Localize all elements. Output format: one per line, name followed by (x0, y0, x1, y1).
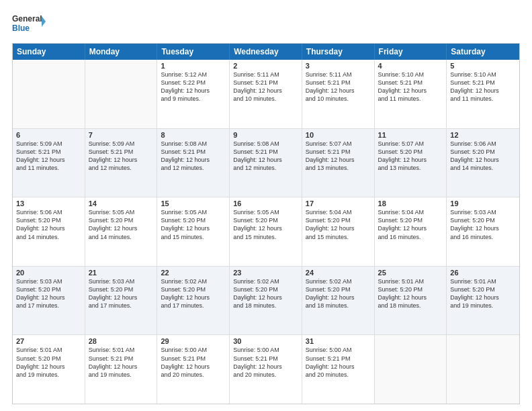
day-info: Sunrise: 5:08 AM Sunset: 5:21 PM Dayligh… (161, 140, 226, 173)
calendar-cell: 9Sunrise: 5:08 AM Sunset: 5:21 PM Daylig… (230, 129, 302, 197)
calendar-cell: 11Sunrise: 5:07 AM Sunset: 5:20 PM Dayli… (375, 129, 447, 197)
day-info: Sunrise: 5:00 AM Sunset: 5:21 PM Dayligh… (161, 346, 226, 379)
calendar-cell: 7Sunrise: 5:09 AM Sunset: 5:21 PM Daylig… (85, 129, 158, 197)
day-number: 2 (233, 62, 298, 70)
calendar-cell: 20Sunrise: 5:03 AM Sunset: 5:20 PM Dayli… (13, 267, 85, 335)
day-number: 15 (161, 199, 226, 208)
logo-svg: General Blue (12, 12, 46, 36)
day-number: 4 (378, 62, 443, 70)
day-number: 28 (89, 337, 154, 345)
day-info: Sunrise: 5:05 AM Sunset: 5:20 PM Dayligh… (89, 208, 154, 241)
day-info: Sunrise: 5:03 AM Sunset: 5:20 PM Dayligh… (16, 277, 81, 310)
calendar-cell: 30Sunrise: 5:00 AM Sunset: 5:21 PM Dayli… (230, 335, 302, 404)
day-info: Sunrise: 5:01 AM Sunset: 5:21 PM Dayligh… (89, 346, 154, 379)
day-number: 17 (306, 199, 371, 208)
calendar-cell: 8Sunrise: 5:08 AM Sunset: 5:21 PM Daylig… (157, 129, 230, 197)
weekday-header: Saturday (447, 44, 519, 60)
day-info: Sunrise: 5:07 AM Sunset: 5:20 PM Dayligh… (378, 140, 443, 173)
calendar-cell (13, 60, 85, 128)
day-info: Sunrise: 5:06 AM Sunset: 5:20 PM Dayligh… (450, 140, 516, 173)
weekday-header: Sunday (13, 44, 85, 60)
day-info: Sunrise: 5:05 AM Sunset: 5:20 PM Dayligh… (233, 208, 298, 241)
day-number: 23 (233, 269, 298, 277)
day-number: 12 (450, 131, 516, 139)
day-number: 20 (16, 269, 81, 277)
day-info: Sunrise: 5:12 AM Sunset: 5:22 PM Dayligh… (161, 71, 226, 103)
page-header: General Blue (12, 12, 520, 36)
day-number: 29 (161, 337, 226, 345)
day-number: 21 (89, 269, 154, 277)
calendar-cell: 6Sunrise: 5:09 AM Sunset: 5:21 PM Daylig… (13, 129, 85, 197)
calendar-cell: 24Sunrise: 5:02 AM Sunset: 5:20 PM Dayli… (302, 267, 375, 335)
calendar-cell: 22Sunrise: 5:02 AM Sunset: 5:20 PM Dayli… (157, 267, 230, 335)
calendar-cell: 21Sunrise: 5:03 AM Sunset: 5:20 PM Dayli… (85, 267, 158, 335)
calendar-cell: 14Sunrise: 5:05 AM Sunset: 5:20 PM Dayli… (85, 197, 158, 266)
day-info: Sunrise: 5:06 AM Sunset: 5:20 PM Dayligh… (16, 208, 81, 241)
calendar-cell: 13Sunrise: 5:06 AM Sunset: 5:20 PM Dayli… (13, 197, 85, 266)
calendar-cell: 3Sunrise: 5:11 AM Sunset: 5:21 PM Daylig… (302, 60, 375, 128)
day-number: 9 (233, 131, 298, 139)
weekday-header: Thursday (302, 44, 375, 60)
day-number: 24 (306, 269, 371, 277)
calendar-cell (375, 335, 447, 404)
day-info: Sunrise: 5:00 AM Sunset: 5:21 PM Dayligh… (233, 346, 298, 379)
calendar: SundayMondayTuesdayWednesdayThursdayFrid… (12, 43, 520, 404)
day-info: Sunrise: 5:02 AM Sunset: 5:20 PM Dayligh… (306, 277, 371, 310)
weekday-header: Wednesday (230, 44, 302, 60)
calendar-cell: 16Sunrise: 5:05 AM Sunset: 5:20 PM Dayli… (230, 197, 302, 266)
calendar-row: 1Sunrise: 5:12 AM Sunset: 5:22 PM Daylig… (13, 60, 519, 128)
day-number: 30 (233, 337, 298, 345)
calendar-cell: 17Sunrise: 5:04 AM Sunset: 5:20 PM Dayli… (302, 197, 375, 266)
day-number: 16 (233, 199, 298, 208)
day-number: 13 (16, 199, 81, 208)
calendar-cell: 28Sunrise: 5:01 AM Sunset: 5:21 PM Dayli… (85, 335, 158, 404)
weekday-header: Monday (85, 44, 158, 60)
day-number: 22 (161, 269, 226, 277)
calendar-row: 6Sunrise: 5:09 AM Sunset: 5:21 PM Daylig… (13, 128, 519, 197)
calendar-cell: 27Sunrise: 5:01 AM Sunset: 5:20 PM Dayli… (13, 335, 85, 404)
day-info: Sunrise: 5:11 AM Sunset: 5:21 PM Dayligh… (233, 71, 298, 103)
calendar-cell: 5Sunrise: 5:10 AM Sunset: 5:21 PM Daylig… (447, 60, 519, 128)
day-number: 7 (89, 131, 154, 139)
calendar-cell: 19Sunrise: 5:03 AM Sunset: 5:20 PM Dayli… (447, 197, 519, 266)
day-number: 5 (450, 62, 516, 70)
weekday-header: Tuesday (157, 44, 230, 60)
calendar-cell: 25Sunrise: 5:01 AM Sunset: 5:20 PM Dayli… (375, 267, 447, 335)
calendar-row: 20Sunrise: 5:03 AM Sunset: 5:20 PM Dayli… (13, 266, 519, 335)
day-info: Sunrise: 5:05 AM Sunset: 5:20 PM Dayligh… (161, 208, 226, 241)
day-number: 25 (378, 269, 443, 277)
calendar-cell (85, 60, 158, 128)
calendar-cell: 2Sunrise: 5:11 AM Sunset: 5:21 PM Daylig… (230, 60, 302, 128)
day-info: Sunrise: 5:02 AM Sunset: 5:20 PM Dayligh… (233, 277, 298, 310)
day-number: 10 (306, 131, 371, 139)
day-number: 8 (161, 131, 226, 139)
day-number: 27 (16, 337, 81, 345)
day-info: Sunrise: 5:07 AM Sunset: 5:21 PM Dayligh… (306, 140, 371, 173)
day-info: Sunrise: 5:01 AM Sunset: 5:20 PM Dayligh… (378, 277, 443, 310)
calendar-cell: 26Sunrise: 5:01 AM Sunset: 5:20 PM Dayli… (447, 267, 519, 335)
day-number: 19 (450, 199, 516, 208)
day-info: Sunrise: 5:01 AM Sunset: 5:20 PM Dayligh… (16, 346, 81, 379)
calendar-cell: 12Sunrise: 5:06 AM Sunset: 5:20 PM Dayli… (447, 129, 519, 197)
calendar-cell: 23Sunrise: 5:02 AM Sunset: 5:20 PM Dayli… (230, 267, 302, 335)
day-number: 3 (306, 62, 371, 70)
calendar-row: 27Sunrise: 5:01 AM Sunset: 5:20 PM Dayli… (13, 334, 519, 404)
day-info: Sunrise: 5:03 AM Sunset: 5:20 PM Dayligh… (89, 277, 154, 310)
day-info: Sunrise: 5:11 AM Sunset: 5:21 PM Dayligh… (306, 71, 371, 103)
calendar-cell: 31Sunrise: 5:00 AM Sunset: 5:21 PM Dayli… (302, 335, 375, 404)
calendar-body: 1Sunrise: 5:12 AM Sunset: 5:22 PM Daylig… (13, 60, 519, 404)
day-number: 14 (89, 199, 154, 208)
day-number: 18 (378, 199, 443, 208)
calendar-cell: 10Sunrise: 5:07 AM Sunset: 5:21 PM Dayli… (302, 129, 375, 197)
day-info: Sunrise: 5:03 AM Sunset: 5:20 PM Dayligh… (450, 208, 516, 241)
day-info: Sunrise: 5:09 AM Sunset: 5:21 PM Dayligh… (89, 140, 154, 173)
svg-text:General: General (12, 14, 42, 24)
day-info: Sunrise: 5:10 AM Sunset: 5:21 PM Dayligh… (378, 71, 443, 103)
day-info: Sunrise: 5:09 AM Sunset: 5:21 PM Dayligh… (16, 140, 81, 173)
day-number: 31 (306, 337, 371, 345)
day-info: Sunrise: 5:10 AM Sunset: 5:21 PM Dayligh… (450, 71, 516, 103)
day-info: Sunrise: 5:01 AM Sunset: 5:20 PM Dayligh… (450, 277, 516, 310)
calendar-cell: 29Sunrise: 5:00 AM Sunset: 5:21 PM Dayli… (157, 335, 230, 404)
day-number: 6 (16, 131, 81, 139)
day-info: Sunrise: 5:02 AM Sunset: 5:20 PM Dayligh… (161, 277, 226, 310)
